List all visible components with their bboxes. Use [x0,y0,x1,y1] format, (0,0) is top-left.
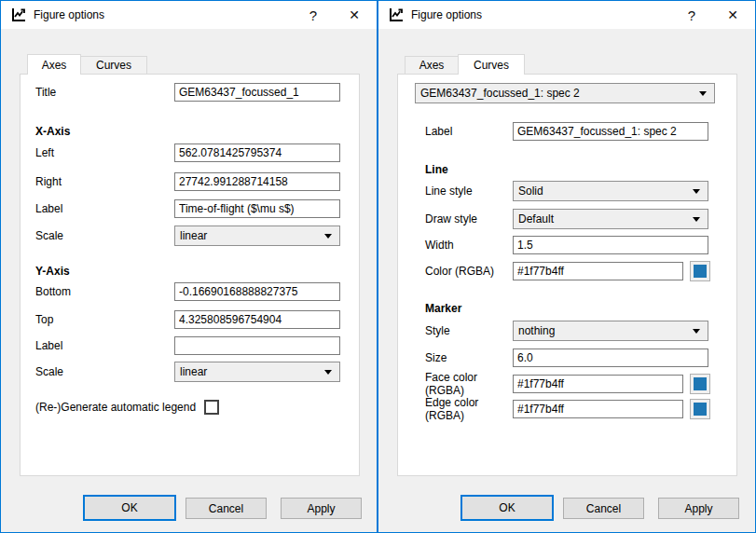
x-right-row: Right [35,171,340,192]
window-title: Figure options [34,8,104,21]
line-color-swatch [694,265,707,278]
x-axis-header: X-Axis [35,125,70,138]
dropdown-arrow-icon [699,91,707,96]
curve-selector-row: GEM63437_focussed_1: spec 2 [415,83,715,103]
ok-button[interactable]: OK [460,495,554,521]
curve-selector[interactable]: GEM63437_focussed_1: spec 2 [415,83,715,103]
title-row: Title [35,82,340,102]
figure-options-window-axes: Figure options ? ✕ Axes Curves Title X-A… [0,0,378,533]
title-label: Title [35,86,174,99]
draw-style-label: Draw style [425,212,513,226]
x-right-input[interactable] [174,172,340,191]
legend-row: (Re-)Generate automatic legend [35,397,340,417]
curve-label-row: Label [425,121,708,142]
dropdown-arrow-icon [693,189,700,194]
dropdown-arrow-icon [693,329,700,334]
x-label-input[interactable] [174,199,340,218]
titlebar: Figure options ? ✕ [378,1,755,29]
tab-curves[interactable]: Curves [80,56,147,74]
face-color-swatch [694,377,707,390]
close-icon[interactable]: ✕ [339,1,369,29]
ok-button[interactable]: OK [83,495,176,521]
tab-curves[interactable]: Curves [458,54,525,75]
edge-color-swatch [694,403,707,416]
y-scale-label: Scale [35,365,174,378]
marker-size-input[interactable] [513,348,708,367]
y-label-input[interactable] [174,336,340,355]
curve-label-label: Label [425,125,513,138]
marker-size-label: Size [425,351,513,364]
x-left-row: Left [35,143,340,163]
line-style-row: Line style Solid [425,181,708,201]
curve-label-input[interactable] [513,122,708,141]
y-label-label: Label [35,339,174,352]
line-width-row: Width [425,235,708,255]
legend-checkbox[interactable] [204,400,219,415]
face-color-input[interactable] [513,375,683,393]
x-label-label: Label [35,202,174,215]
help-button[interactable]: ? [298,1,328,29]
cancel-button[interactable]: Cancel [186,498,267,519]
figure-options-icon [389,7,404,22]
y-top-input[interactable] [174,310,340,329]
y-bottom-input[interactable] [174,282,340,301]
line-width-label: Width [425,239,513,252]
x-scale-label: Scale [35,229,174,242]
y-scale-select[interactable]: linear [174,362,340,382]
tab-axes[interactable]: Axes [27,54,81,75]
legend-label: (Re-)Generate automatic legend [35,401,196,414]
face-color-label: Face color (RGBA) [425,371,513,397]
x-left-label: Left [35,146,174,159]
title-input[interactable] [174,83,340,102]
x-scale-row: Scale linear [35,226,340,246]
line-color-row: Color (RGBA) [425,261,710,281]
line-style-select[interactable]: Solid [513,181,708,201]
draw-style-row: Draw style Default [425,209,708,229]
draw-style-select[interactable]: Default [513,209,708,229]
x-left-input[interactable] [174,144,340,162]
dropdown-arrow-icon [324,234,332,239]
cancel-button[interactable]: Cancel [563,498,644,519]
dropdown-arrow-icon [693,217,700,222]
y-top-label: Top [35,313,174,326]
marker-style-label: Style [425,324,513,337]
x-label-row: Label [35,198,340,219]
window-title: Figure options [411,8,482,21]
line-width-input[interactable] [513,236,708,254]
y-label-row: Label [35,335,340,356]
figure-options-window-curves: Figure options ? ✕ Axes Curves GEM63437_… [378,0,756,533]
edge-color-swatch-button[interactable] [690,399,710,419]
titlebar: Figure options ? ✕ [1,1,377,29]
figure-options-icon [11,7,26,22]
dropdown-arrow-icon [324,370,332,375]
edge-color-label: Edge color (RGBA) [425,396,513,422]
marker-size-row: Size [425,348,708,368]
marker-header: Marker [425,302,461,315]
line-color-swatch-button[interactable] [690,261,710,281]
apply-button[interactable]: Apply [281,498,362,519]
close-icon[interactable]: ✕ [718,1,748,29]
curves-tab-pane: GEM63437_focussed_1: spec 2 Label Line L… [397,74,737,476]
x-right-label: Right [35,175,174,188]
edge-color-input[interactable] [513,400,683,418]
help-button[interactable]: ? [677,1,707,29]
tab-axes[interactable]: Axes [405,56,459,74]
axes-tab-pane: Title X-Axis Left Right Label Scale line… [20,74,360,476]
y-top-row: Top [35,309,340,330]
face-color-row: Face color (RGBA) [425,374,710,394]
line-header: Line [425,163,448,176]
edge-color-row: Edge color (RGBA) [425,399,710,419]
y-axis-header: Y-Axis [35,265,70,278]
marker-style-row: Style nothing [425,321,708,341]
line-style-label: Line style [425,184,513,198]
marker-style-select[interactable]: nothing [513,321,708,341]
face-color-swatch-button[interactable] [690,374,710,394]
y-bottom-label: Bottom [35,285,174,298]
y-bottom-row: Bottom [35,281,340,302]
x-scale-select[interactable]: linear [174,226,340,246]
line-color-label: Color (RGBA) [425,265,513,278]
line-color-input[interactable] [513,262,683,280]
y-scale-row: Scale linear [35,362,340,382]
apply-button[interactable]: Apply [658,498,739,519]
